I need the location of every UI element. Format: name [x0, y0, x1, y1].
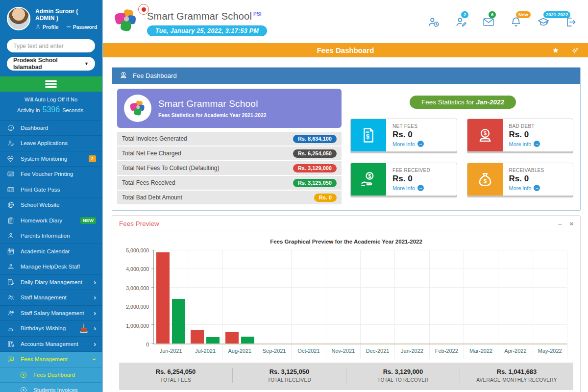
- summary-total-to-recover: Rs. 3,129,000TOTAL TO RECOVER: [346, 368, 460, 383]
- sidebar-item-label: Parents Information: [21, 233, 96, 239]
- sidebar-item-staff-salary-management[interactable]: Staff Salary Management›: [0, 306, 102, 321]
- notifications-button[interactable]: New: [510, 16, 522, 30]
- fee-stats-list: Total Invoices GeneratedRs. 8,634,100Tot…: [117, 132, 342, 205]
- summary-value: Rs. 1,041,683: [460, 368, 573, 375]
- menu-toggle-button[interactable]: [0, 76, 102, 92]
- favorite-star-icon[interactable]: [552, 47, 560, 54]
- chart-plot: [153, 250, 567, 344]
- more-info-link[interactable]: More info →: [392, 185, 430, 191]
- profile-link[interactable]: Profile: [35, 24, 59, 30]
- x-tick-label: Jul-2021: [188, 344, 222, 359]
- card-label: NET FEES: [392, 123, 424, 129]
- arrow-right-icon: →: [417, 141, 424, 147]
- birthday-cake-emoji: [78, 322, 90, 334]
- more-info-link[interactable]: More info →: [509, 141, 540, 147]
- user-clock-button[interactable]: [427, 16, 440, 30]
- bar-fees-charged-jun-2021: [156, 252, 170, 343]
- stat-row-total-invoices-generated: Total Invoices GeneratedRs. 8,634,100: [117, 132, 342, 147]
- more-info-link[interactable]: More info →: [392, 141, 424, 147]
- sidebar-item-students-invoices[interactable]: Students Invoices: [0, 383, 102, 392]
- books-icon: [7, 340, 15, 348]
- card-label: BAD DEBT: [509, 123, 540, 129]
- file-invoice-icon: $: [351, 119, 386, 151]
- logout-button[interactable]: [564, 16, 577, 30]
- chevron-right-icon: ›: [94, 294, 96, 301]
- sidebar-item-system-monitoring[interactable]: System Monitoring2: [0, 151, 102, 167]
- stat-label: Total Net Fee Charged: [122, 150, 181, 157]
- record-dot-icon: [138, 4, 149, 15]
- sidebar-menu: DashboardLeave ApplicationsSystem Monito…: [0, 121, 102, 392]
- y-tick-label: 3,000,000: [126, 285, 149, 291]
- sidebar-item-fees-dashboard[interactable]: Fees Dashboard: [0, 368, 102, 383]
- card-fee-received: $FEE RECEIVEDRs. 0More info →: [350, 163, 457, 196]
- cake-line-icon: [7, 324, 15, 332]
- coin-slot-icon: $: [467, 119, 503, 151]
- comment-dollar-icon: $: [7, 355, 15, 363]
- sidebar-item-label: Staff Management: [21, 294, 91, 300]
- x-tick-label: Aug-2021: [223, 344, 257, 359]
- sidebar-item-parents-information[interactable]: Parents Information: [0, 228, 102, 244]
- x-tick-label: Dec-2021: [361, 344, 395, 359]
- coin-deposit-icon: $: [119, 71, 128, 81]
- sidebar-item-print-gate-pass[interactable]: Print Gate Pass: [0, 182, 102, 198]
- academic-year-button[interactable]: 2021-2022: [537, 16, 550, 30]
- sidebar-item-manage-helpdesk-staff[interactable]: Manage HelpDesk Staff: [0, 259, 102, 275]
- more-info-link[interactable]: More info →: [509, 185, 544, 191]
- sidebar-item-fees-management[interactable]: $Fees Management›: [0, 352, 102, 368]
- sidebar-item-staff-management[interactable]: Staff Management›: [0, 290, 102, 306]
- psi-superscript: PSI: [253, 11, 262, 17]
- svg-text:$: $: [368, 173, 371, 179]
- x-tick-label: Mar-2022: [464, 344, 498, 359]
- chart-title: Fees Graphical Preview for the Academic …: [112, 239, 580, 245]
- password-link[interactable]: Password: [66, 24, 98, 30]
- x-tick-label: Jun-2021: [154, 344, 188, 359]
- messages-button[interactable]: 6: [482, 16, 495, 30]
- close-icon[interactable]: ×: [569, 220, 573, 227]
- stat-value-badge: Rs. 3,129,000: [293, 164, 337, 172]
- book-edit-icon: [7, 278, 15, 286]
- hand-dollar-icon: $: [351, 163, 386, 196]
- school-logo: [112, 7, 142, 36]
- sidebar-item-birthdays-wishing[interactable]: Birthdays Wishing›: [0, 321, 102, 337]
- sidebar-item-school-website[interactable]: School Website: [0, 197, 102, 213]
- sidebar-search-input[interactable]: [7, 39, 95, 52]
- stat-value-badge: Rs. 6,254,050: [293, 149, 337, 158]
- sidebar-item-academic-calendar[interactable]: Academic Calendar: [0, 244, 102, 260]
- chart-slot-may-2022: [533, 250, 567, 343]
- stats-card-title: Smart Grammar School: [158, 98, 267, 109]
- stat-row-total-net-fee-charged: Total Net Fee ChargedRs. 6,254,050: [117, 147, 342, 161]
- heart-pulse-icon: [7, 155, 15, 163]
- settings-gears-icon[interactable]: [571, 47, 579, 54]
- stat-label: Total Bad Debt Amount: [122, 194, 182, 201]
- user-panel: Admin Suroor ( ADMIN ) Profile Password: [0, 0, 102, 35]
- sidebar-item-label: Fees Management: [21, 356, 91, 362]
- sidebar-item-fee-voucher-printing[interactable]: Fee Voucher Printing: [0, 167, 102, 182]
- sidebar-item-dashboard[interactable]: Dashboard: [0, 121, 102, 136]
- users-icon: [7, 294, 15, 301]
- sidebar-item-accounts-management[interactable]: Accounts Management›: [0, 337, 102, 352]
- user-icon: [7, 232, 15, 240]
- school-select[interactable]: Prodesk School Islamabad ▼: [7, 57, 95, 71]
- chart-slot-oct-2021: [292, 250, 326, 343]
- x-tick-label: Oct-2021: [292, 344, 326, 359]
- menu-badge: NEW: [80, 217, 96, 224]
- fee-dashboard-panel: $ Fee Dashboard: [112, 67, 581, 211]
- summary-value: Rs. 6,254,050: [119, 368, 232, 375]
- sidebar-item-daily-diary-management[interactable]: Daily Diary Management›: [0, 275, 102, 291]
- sidebar-item-label: Students Invoices: [33, 387, 96, 392]
- sidebar-item-label: Dashboard: [21, 125, 96, 131]
- badge: 6: [489, 11, 496, 18]
- sidebar-item-homework-diary[interactable]: Homework DiaryNEW: [0, 213, 102, 229]
- play-icon: [20, 371, 27, 379]
- stat-row-total-fees-received: Total Fees ReceivedRs. 3,125,050: [117, 176, 342, 191]
- summary-label: TOTAL FEES: [119, 377, 232, 383]
- sidebar-item-leave-applications[interactable]: Leave Applications: [0, 136, 102, 151]
- card-receivables: $RECEIVABLESRs. 0More info →: [467, 163, 574, 196]
- minimize-icon[interactable]: –: [558, 220, 562, 227]
- app-root: Admin Suroor ( ADMIN ) Profile Password …: [0, 0, 588, 392]
- auto-logoff-notice: Will Auto Log Off If No Activity in 5396…: [0, 92, 102, 121]
- avatar[interactable]: [7, 7, 30, 30]
- card-label: RECEIVABLES: [509, 168, 544, 173]
- user-edit-button[interactable]: 2: [455, 16, 467, 30]
- topbar: Smart Grammar SchoolPSI Tue, January 25,…: [103, 0, 588, 43]
